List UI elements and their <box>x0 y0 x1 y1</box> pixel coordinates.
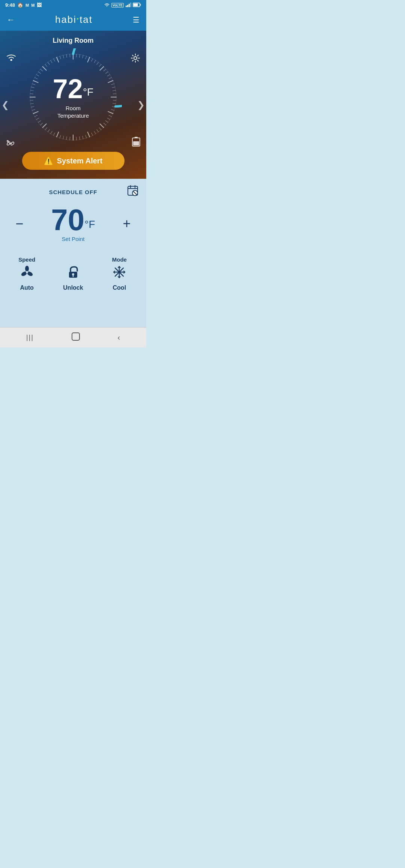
svg-line-27 <box>112 87 115 88</box>
temperature-gauge: 72°F Room Temperature <box>24 48 122 146</box>
settings-icon[interactable] <box>130 53 140 65</box>
svg-point-91 <box>10 141 14 145</box>
status-left: 9:48 🏠 M M 🖼 <box>5 2 42 8</box>
setpoint-display: 70°F Set Point <box>28 205 118 242</box>
svg-line-53 <box>63 136 64 139</box>
svg-rect-94 <box>133 141 139 145</box>
svg-line-37 <box>107 118 110 120</box>
svg-rect-93 <box>135 137 138 138</box>
svg-rect-6 <box>134 3 138 6</box>
back-button[interactable]: ← <box>7 15 15 25</box>
menu-button[interactable]: ☰ <box>133 15 140 24</box>
svg-line-46 <box>86 135 86 138</box>
svg-line-20 <box>100 67 104 70</box>
system-alert-button[interactable]: ⚠️ System Alert <box>22 152 124 170</box>
increase-setpoint-button[interactable]: + <box>118 217 135 230</box>
svg-line-51 <box>70 137 70 140</box>
svg-line-45 <box>88 132 90 137</box>
temperature-unit: °F <box>83 86 93 98</box>
next-device-button[interactable]: ❯ <box>137 100 145 110</box>
speed-header: Speed <box>18 256 35 263</box>
svg-line-58 <box>48 130 50 132</box>
svg-line-43 <box>94 131 96 134</box>
prev-device-button[interactable]: ❮ <box>2 100 9 110</box>
svg-line-89 <box>70 54 70 57</box>
svg-line-16 <box>92 59 93 61</box>
battery-status-icon <box>133 3 141 8</box>
nav-home-button[interactable] <box>71 332 80 343</box>
svg-line-74 <box>32 84 35 84</box>
setpoint-label: Set Point <box>28 236 118 242</box>
controls-panel: SCHEDULE OFF − 70°F Set Point + <box>0 179 146 253</box>
battery-level-icon <box>132 136 140 149</box>
schedule-row: SCHEDULE OFF <box>8 185 139 199</box>
mode-header: Mode <box>112 256 127 263</box>
unlock-control[interactable]: . Unlock <box>58 256 88 291</box>
svg-rect-1 <box>127 5 128 7</box>
snowflake-icon <box>112 265 126 282</box>
svg-line-57 <box>51 131 52 134</box>
mode-control[interactable]: Mode Cool <box>104 256 134 291</box>
svg-line-31 <box>113 100 116 100</box>
svg-point-7 <box>10 59 12 61</box>
temperature-value: 72 <box>53 74 83 104</box>
svg-line-18 <box>97 62 99 64</box>
unlock-icon <box>66 265 80 282</box>
svg-line-41 <box>99 127 101 130</box>
setpoint-unit: °F <box>84 218 95 230</box>
temperature-display: 72°F Room Temperature <box>53 75 93 119</box>
image-icon: 🖼 <box>37 2 42 8</box>
alert-text: System Alert <box>57 157 103 165</box>
svg-line-71 <box>30 94 33 94</box>
mode-label: Cool <box>113 284 126 291</box>
svg-line-76 <box>35 78 38 79</box>
schedule-toggle-icon[interactable] <box>127 185 139 199</box>
speed-label: Auto <box>20 284 33 291</box>
wifi-status-icon <box>104 3 110 8</box>
link-icon[interactable] <box>6 140 15 149</box>
svg-line-83 <box>51 60 52 63</box>
svg-rect-0 <box>126 6 127 7</box>
svg-line-80 <box>43 67 46 70</box>
svg-line-84 <box>54 59 55 61</box>
svg-line-34 <box>111 109 114 110</box>
svg-line-38 <box>106 121 108 123</box>
bottom-controls: Speed Auto . Unlock <box>0 253 146 297</box>
svg-line-62 <box>38 121 40 123</box>
speed-control[interactable]: Speed Auto <box>12 256 42 291</box>
volte-icon: VoLTE <box>111 3 124 7</box>
svg-line-64 <box>35 115 38 117</box>
nav-back-button[interactable]: ‹ <box>117 333 120 342</box>
svg-line-59 <box>45 127 47 130</box>
svg-line-47 <box>82 136 83 139</box>
svg-line-77 <box>36 75 39 76</box>
svg-line-19 <box>99 64 101 67</box>
svg-rect-113 <box>72 333 80 340</box>
svg-line-24 <box>109 78 111 79</box>
unlock-label: Unlock <box>63 284 83 291</box>
nav-bar: ||| ‹ <box>0 327 146 347</box>
svg-line-11 <box>76 54 76 57</box>
temperature-label: Room Temperature <box>53 105 93 119</box>
svg-point-90 <box>6 141 10 145</box>
gmail-alt-icon: M <box>31 3 34 7</box>
svg-line-22 <box>106 72 108 73</box>
svg-line-55 <box>57 132 58 137</box>
svg-line-78 <box>38 72 40 73</box>
status-time: 9:48 <box>5 2 15 8</box>
svg-point-105 <box>26 271 28 273</box>
svg-line-25 <box>108 81 113 82</box>
svg-line-79 <box>40 69 43 71</box>
decrease-setpoint-button[interactable]: − <box>11 217 28 230</box>
svg-line-23 <box>107 75 110 76</box>
svg-line-29 <box>113 94 116 94</box>
app-title: habi●tat <box>55 14 93 25</box>
svg-line-26 <box>111 84 114 84</box>
svg-line-73 <box>31 87 34 88</box>
nav-recent-button[interactable]: ||| <box>26 334 34 341</box>
svg-line-13 <box>82 55 83 58</box>
svg-line-82 <box>48 62 50 64</box>
schedule-label: SCHEDULE OFF <box>49 189 98 195</box>
svg-rect-3 <box>130 3 131 7</box>
setpoint-value: 70 <box>51 203 84 236</box>
